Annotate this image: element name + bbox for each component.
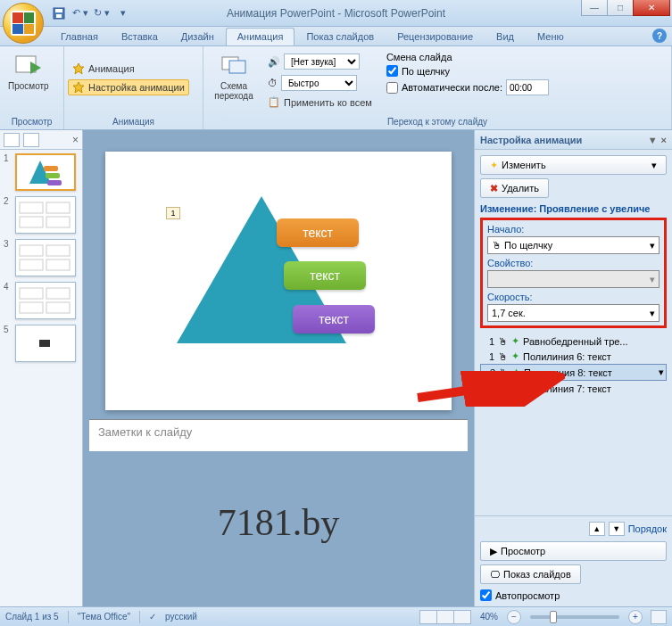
undo-button[interactable]: ↶ ▾ — [71, 4, 90, 23]
spellcheck-icon[interactable]: ✓ — [149, 612, 156, 622]
ribbon-tabs: Главная Вставка Дизайн Анимация Показ сл… — [0, 27, 672, 46]
slide-thumb-2[interactable] — [15, 196, 76, 234]
slide-canvas[interactable]: 1 2 4 3 текст текст текст — [105, 152, 452, 410]
maximize-button[interactable]: □ — [607, 0, 634, 16]
reorder-up-button[interactable]: ▲ — [589, 522, 605, 536]
tab-menu[interactable]: Меню — [526, 28, 576, 45]
svg-rect-11 — [46, 173, 60, 178]
auto-after-checkbox[interactable] — [386, 82, 398, 94]
custom-animation-button[interactable]: Настройка анимации — [68, 79, 189, 95]
outline-tab[interactable] — [23, 133, 39, 147]
slides-tab[interactable] — [4, 133, 20, 147]
effect-icon: ✦ — [511, 335, 519, 347]
anim-list-item[interactable]: 3🖱✦Полилиния 8: текст▾ — [480, 364, 667, 381]
svg-marker-5 — [73, 63, 84, 74]
qat-customize[interactable]: ▾ — [113, 4, 133, 23]
preview-group-label: Просмотр — [4, 115, 60, 129]
main-area: × 1 2 3 4 5 1 2 4 3 текст текст текст 71… — [0, 130, 672, 606]
zoom-value[interactable]: 40% — [480, 612, 498, 622]
transition-scheme-button[interactable]: Схема перехода — [207, 48, 261, 103]
save-button[interactable] — [49, 4, 69, 23]
text-shape-1[interactable]: текст — [277, 218, 359, 247]
zoom-slider[interactable] — [530, 615, 619, 619]
animate-dropdown[interactable]: Анимация — [68, 61, 139, 77]
auto-after-time[interactable] — [506, 79, 549, 95]
play-button[interactable]: ▶ Просмотр — [480, 541, 667, 561]
slide-counter: Слайд 1 из 5 — [5, 612, 59, 622]
svg-rect-20 — [46, 259, 70, 270]
window-title: Анимация PowerPoint - Microsoft PowerPoi… — [227, 7, 445, 20]
slide-panel-tabs: × — [0, 130, 82, 150]
svg-rect-1 — [55, 9, 62, 12]
reorder-down-button[interactable]: ▼ — [609, 522, 625, 536]
text-shape-3[interactable]: текст — [293, 305, 375, 334]
tab-review[interactable]: Рецензирование — [386, 28, 485, 45]
change-label: Изменить — [502, 160, 546, 170]
slide-thumb-3[interactable] — [15, 239, 76, 276]
svg-marker-6 — [73, 82, 84, 93]
svg-rect-17 — [20, 245, 43, 256]
tab-view[interactable]: Вид — [485, 28, 526, 45]
start-select[interactable]: 🖱 По щелчку▾ — [487, 236, 660, 254]
transition-sound[interactable]: 🔊[Нет звука] — [263, 52, 377, 71]
svg-rect-10 — [44, 166, 58, 171]
svg-rect-21 — [20, 288, 43, 299]
window-controls: — □ ✕ — [582, 0, 670, 16]
office-button[interactable] — [3, 3, 44, 44]
thumb-num: 4 — [4, 282, 12, 319]
transition-speed[interactable]: ⏱Быстро — [263, 73, 377, 93]
thumb-num: 2 — [4, 196, 12, 234]
effect-icon: ✦ — [511, 350, 519, 362]
mouse-icon: 🖱 — [498, 336, 508, 347]
slide-thumb-5[interactable] — [15, 325, 76, 362]
fit-button[interactable] — [651, 610, 667, 624]
preview-button[interactable]: Просмотр — [4, 48, 54, 94]
taskpane-close-icon[interactable]: × — [661, 135, 667, 145]
tab-slideshow[interactable]: Показ слайдов — [295, 28, 386, 45]
zoom-in-button[interactable]: + — [628, 610, 643, 624]
remove-effect-button[interactable]: ✖Удалить — [480, 178, 549, 198]
slide-editor: 1 2 4 3 текст текст текст 7181.by Заметк… — [83, 130, 474, 606]
svg-rect-24 — [46, 302, 70, 313]
close-button[interactable]: ✕ — [633, 0, 670, 16]
effect-name-label: Изменение: Проявление с увеличе — [480, 203, 667, 214]
slideshow-view-button[interactable] — [453, 610, 471, 624]
anim-list-item[interactable]: 1🖱✦Равнобедренный тре... — [480, 334, 667, 349]
redo-button[interactable]: ↻ ▾ — [92, 4, 112, 23]
minimize-button[interactable]: — — [581, 0, 608, 16]
autopreview-label: Автопросмотр — [495, 590, 560, 601]
sorter-view-button[interactable] — [436, 610, 454, 624]
tab-animation[interactable]: Анимация — [226, 28, 295, 45]
speed-select[interactable]: Быстро — [281, 75, 357, 91]
transition-scheme-label: Схема перехода — [214, 81, 253, 101]
autopreview-checkbox[interactable] — [480, 589, 492, 601]
taskpane-menu-icon[interactable]: ▼ — [648, 135, 658, 145]
zoom-out-button[interactable]: − — [507, 610, 521, 624]
change-effect-button[interactable]: ✦Изменить▾ — [480, 155, 667, 175]
slide-thumb-1[interactable] — [15, 153, 76, 191]
help-icon[interactable]: ? — [652, 29, 667, 43]
tab-design[interactable]: Дизайн — [170, 28, 226, 45]
view-buttons — [420, 610, 471, 624]
anim-list-item[interactable]: 1🖱✦Полилиния 6: текст — [480, 349, 667, 364]
sound-select[interactable]: [Нет звука] — [284, 54, 360, 70]
notes-pane[interactable]: Заметки к слайду — [89, 419, 468, 451]
text-shape-2[interactable]: текст — [284, 261, 366, 290]
slideshow-button[interactable]: 🖵 Показ слайдов — [480, 564, 581, 584]
anim-item-label: Полилиния 8: текст — [524, 367, 612, 378]
slide-thumb-4[interactable] — [15, 282, 76, 319]
anim-item-label: Полилиния 6: текст — [523, 351, 611, 362]
mouse-icon: 🖱 — [498, 351, 508, 362]
on-click-checkbox[interactable] — [386, 65, 398, 77]
language-label[interactable]: русский — [165, 612, 197, 622]
panel-close-icon[interactable]: × — [72, 134, 79, 146]
anim-list-item[interactable]: 4🖱✦Полилиния 7: текст — [480, 381, 667, 396]
speed-select-pane[interactable]: 1,7 сек.▾ — [487, 304, 660, 322]
auto-after-label: Автоматически после: — [402, 82, 502, 93]
highlighted-settings: Начало: 🖱 По щелчку▾ Свойство: ▾ Скорост… — [480, 218, 667, 328]
preview-label: Просмотр — [8, 81, 49, 91]
tab-insert[interactable]: Вставка — [110, 28, 170, 45]
tab-home[interactable]: Главная — [49, 28, 110, 45]
apply-to-all-button[interactable]: 📋Применить ко всем — [263, 95, 377, 110]
normal-view-button[interactable] — [419, 610, 437, 624]
